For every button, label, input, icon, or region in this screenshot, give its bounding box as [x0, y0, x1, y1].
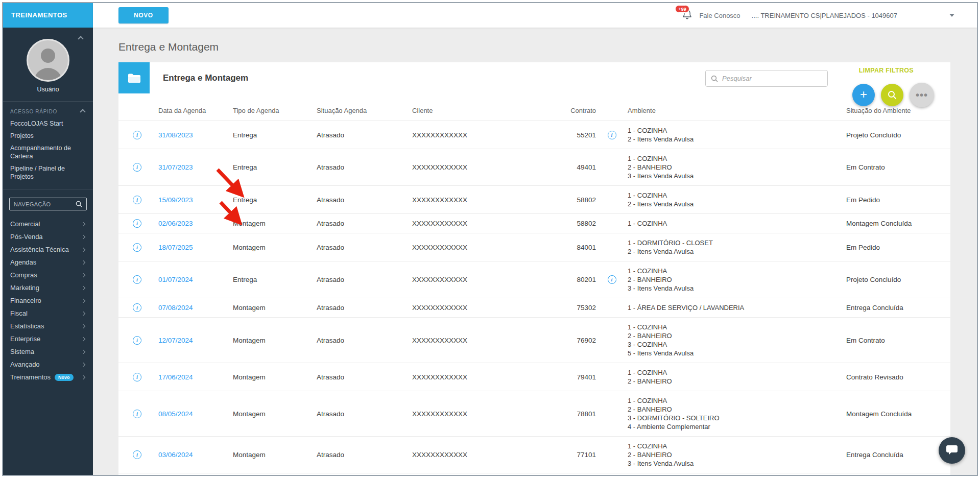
cell-situacao-ambiente: Entrega Concluída [842, 437, 950, 473]
cell-situacao-agenda: Atrasado [313, 391, 408, 437]
notifications-button[interactable]: +99 [682, 9, 692, 21]
table-row[interactable]: i 12/07/2024 Montagem Atrasado XXXXXXXXX… [118, 318, 950, 363]
agenda-date-link[interactable]: 03/06/2024 [158, 451, 193, 459]
fale-conosco-link[interactable]: Fale Conosco [699, 12, 740, 19]
agenda-date-link[interactable]: 15/09/2023 [158, 196, 193, 204]
cell-situacao-agenda: Atrasado [313, 233, 408, 261]
row-info-icon[interactable]: i [133, 163, 141, 172]
sidebar-item-comercial[interactable]: Comercial [3, 218, 93, 230]
table-row[interactable]: i 03/06/2024 Montagem Atrasado XXXXXXXXX… [118, 437, 950, 473]
add-button[interactable]: + [852, 84, 875, 106]
row-info-icon[interactable]: i [133, 410, 141, 418]
cell-situacao-ambiente: Em Pedido [842, 186, 950, 214]
sidebar: TREINAMENTOS Usuário ACESSO RÁPIDO Focco… [3, 3, 93, 475]
account-selector-label[interactable]: .... TREINAMENTO CS|PLANEJADOS - 1049607 [752, 12, 897, 19]
sidebar-item-treinamentos[interactable]: TreinamentosNovo [3, 371, 93, 384]
table-row[interactable]: i 03/06/2024 Montagem Atrasado XXXXXXXXX… [118, 473, 950, 475]
agenda-date-link[interactable]: 31/08/2023 [158, 131, 193, 139]
sidebar-item-agendas[interactable]: Agendas [3, 256, 93, 269]
table-row[interactable]: i 07/08/2024 Montagem Atrasado XXXXXXXXX… [118, 298, 950, 318]
sidebar-collapse-button[interactable] [77, 32, 85, 45]
menu-item-label: Sistema [10, 348, 34, 355]
search-button[interactable] [881, 84, 903, 106]
sidebar-item-assistencia-tecnica[interactable]: Assistência Técnica [3, 243, 93, 256]
sidebar-item-estatisticas[interactable]: Estatísticas [3, 320, 93, 332]
sidebar-item-financeiro[interactable]: Financeiro [3, 294, 93, 307]
agenda-date-link[interactable]: 01/07/2024 [158, 276, 193, 283]
cell-contrato: 76902 [555, 318, 600, 363]
chevron-right-icon [81, 349, 85, 353]
caret-down-icon[interactable] [949, 14, 954, 17]
chevron-up-icon [78, 36, 83, 41]
quick-access-header[interactable]: ACESSO RÁPIDO [3, 104, 93, 117]
sidebar-item-compras[interactable]: Compras [3, 269, 93, 281]
agenda-date-link[interactable]: 18/07/2025 [158, 244, 193, 251]
table-header-row: Data da Agenda Tipo de Agenda Situação A… [118, 101, 950, 121]
sidebar-divider [3, 189, 93, 189]
cell-contrato: 49401 [555, 149, 600, 186]
contract-info-icon[interactable]: i [608, 131, 616, 139]
chat-widget-button[interactable] [939, 437, 965, 464]
novo-button[interactable]: NOVO [118, 7, 169, 23]
agenda-date-link[interactable]: 02/06/2023 [158, 220, 193, 227]
sidebar-item-pos-venda[interactable]: Pós-Venda [3, 230, 93, 243]
cell-contrato: 55201 [555, 121, 600, 149]
avatar[interactable] [27, 39, 69, 82]
cell-ambiente: 1 - COZINHA2 - BANHEIRO [624, 363, 842, 391]
quick-access-item-acompanhamento-de-carteira[interactable]: Acompanhamento de Carteira [3, 142, 93, 162]
sidebar-item-marketing[interactable]: Marketing [3, 281, 93, 294]
agenda-date-link[interactable]: 31/07/2023 [158, 163, 193, 171]
more-options-button[interactable]: ••• [910, 83, 934, 107]
row-info-icon[interactable]: i [133, 196, 141, 204]
sidebar-item-fiscal[interactable]: Fiscal [3, 307, 93, 320]
table-row[interactable]: i 31/08/2023 Entrega Atrasado XXXXXXXXXX… [118, 121, 950, 149]
agenda-date-link[interactable]: 07/08/2024 [158, 304, 193, 312]
quick-access-item-pipeline-painel-de-projetos[interactable]: Pipeline / Painel de Projetos [3, 162, 93, 183]
nav-search-box[interactable] [9, 198, 87, 210]
app-window: TREINAMENTOS Usuário ACESSO RÁPIDO Focco… [2, 2, 978, 476]
topbar: NOVO +99 Fale Conosco .... TREINAMENTO C… [93, 3, 977, 28]
table-row[interactable]: i 02/06/2023 Montagem Atrasado XXXXXXXXX… [118, 214, 950, 233]
list-panel: Entrega e Montagem LIMPAR FILTROS + [118, 62, 950, 475]
table-row[interactable]: i 08/05/2024 Montagem Atrasado XXXXXXXXX… [118, 391, 950, 437]
nav-search-input[interactable] [14, 201, 73, 207]
cell-ambiente: 1 - ÁREA DE SERVIÇO / LAVANDERIA [624, 298, 842, 318]
table-row[interactable]: i 15/09/2023 Entrega Atrasado XXXXXXXXXX… [118, 186, 950, 214]
cell-tipo-agenda: Montagem [229, 214, 313, 233]
row-info-icon[interactable]: i [133, 243, 141, 252]
table-row[interactable]: i 17/06/2024 Montagem Atrasado XXXXXXXXX… [118, 363, 950, 391]
agenda-date-link[interactable]: 17/06/2024 [158, 373, 193, 381]
cell-cliente: XXXXXXXXXXXX [408, 318, 555, 363]
row-info-icon[interactable]: i [133, 303, 141, 312]
clear-filters-link[interactable]: LIMPAR FILTROS [859, 67, 914, 74]
table-row[interactable]: i 31/07/2023 Entrega Atrasado XXXXXXXXXX… [118, 149, 950, 186]
agenda-date-link[interactable]: 12/07/2024 [158, 337, 193, 344]
sidebar-item-enterprise[interactable]: Enterprise [3, 332, 93, 345]
sidebar-item-sistema[interactable]: Sistema [3, 345, 93, 358]
quick-access-item-foccolojas-start[interactable]: FoccoLOJAS Start [3, 117, 93, 130]
row-info-icon[interactable]: i [133, 131, 141, 139]
cell-contrato: 79401 [555, 363, 600, 391]
row-info-icon[interactable]: i [133, 219, 141, 228]
row-info-icon[interactable]: i [133, 450, 141, 459]
contract-info-icon[interactable]: i [608, 275, 616, 284]
row-info-icon[interactable]: i [133, 275, 141, 284]
table-search-box[interactable] [705, 70, 828, 87]
cell-contrato: 58802 [555, 186, 600, 214]
col-situacao-agenda: Situação Agenda [313, 101, 408, 121]
cell-situacao-ambiente: Projeto Concluído [842, 121, 950, 149]
table-search-input[interactable] [722, 75, 822, 82]
ambiente-line: 5 - Itens Venda Avulsa [628, 349, 838, 357]
cell-situacao-agenda: Atrasado [313, 318, 408, 363]
row-info-icon[interactable]: i [133, 373, 141, 381]
chevron-right-icon [81, 273, 85, 277]
table-row[interactable]: i 01/07/2024 Entrega Atrasado XXXXXXXXXX… [118, 261, 950, 298]
cell-tipo-agenda: Montagem [229, 437, 313, 473]
quick-access-item-projetos[interactable]: Projetos [3, 130, 93, 142]
agenda-table: Data da Agenda Tipo de Agenda Situação A… [118, 101, 950, 475]
agenda-date-link[interactable]: 08/05/2024 [158, 410, 193, 418]
table-row[interactable]: i 18/07/2025 Montagem Atrasado XXXXXXXXX… [118, 233, 950, 261]
cell-situacao-ambiente: Montagem Concluída [842, 391, 950, 437]
sidebar-item-avancado[interactable]: Avançado [3, 358, 93, 371]
row-info-icon[interactable]: i [133, 336, 141, 345]
